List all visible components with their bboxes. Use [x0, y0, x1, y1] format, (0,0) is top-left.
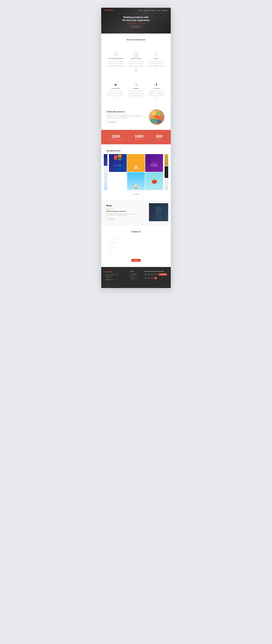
footer-blog-link-1[interactable]: All you need to know	[130, 275, 142, 276]
expertise-desc-4: is simply dummy text of the printing and…	[127, 91, 145, 98]
blog-post-title: Why AI is taking over the world.	[106, 210, 139, 212]
about-right	[149, 109, 166, 125]
email-input[interactable]	[109, 240, 163, 244]
svg-rect-5	[157, 120, 161, 123]
monitor-icon: ⬜	[114, 54, 117, 56]
hero-title-line1: Building products with	[123, 16, 149, 18]
expertise-icon-5: 👤	[154, 82, 159, 87]
portfolio-item-tomato[interactable]	[145, 172, 163, 190]
fullname-input[interactable]	[109, 236, 163, 239]
social-twitter[interactable]: t	[151, 277, 154, 279]
expertise-name-1: Research & Analysis	[127, 58, 145, 59]
blog-image	[149, 203, 168, 221]
hero-sub-pre: with stylus	[127, 22, 132, 24]
about-cta-button[interactable]: GET IN TOUCH	[106, 121, 117, 123]
portfolio-item-main[interactable]: 📱	[109, 154, 127, 172]
contact-corner-bl	[102, 265, 104, 266]
footer-social: f in t ●	[144, 277, 167, 279]
footer-newsletter-form: SUBSCRIBE	[144, 273, 167, 276]
footer-logo: Stylus800	[105, 271, 128, 273]
about-left: A little story about us is simply dummy …	[106, 111, 145, 124]
nav-link-services[interactable]: SERVICES	[144, 10, 149, 11]
expertise-item-2: ✏️ Graphics is simply dummy text of the …	[147, 44, 166, 72]
footer-email: stylus800@gmail.com	[105, 279, 128, 280]
portfolio-item-pineapple[interactable]	[127, 154, 145, 172]
svg-rect-10	[118, 158, 122, 160]
newsletter-input[interactable]	[144, 273, 158, 276]
expertise-name-5: User Testing	[148, 88, 165, 89]
about-title: A little story about us	[106, 111, 145, 113]
social-other[interactable]: ●	[154, 277, 157, 279]
nav-item-home[interactable]: HOME	[139, 9, 142, 11]
hero-title: Building products with the best user exp…	[122, 16, 150, 22]
portfolio-side-left	[104, 154, 107, 190]
portfolio-outer: 📱	[104, 154, 168, 190]
stat-item-1: 1500 HAPPY CLIENTS	[135, 134, 143, 140]
footer: Stylus800 248 District Street 236 Oregon…	[101, 267, 171, 288]
blog-excerpt: is simply dummy text of the printing and…	[106, 214, 139, 216]
newsletter-subscribe-button[interactable]: SUBSCRIBE	[159, 273, 167, 276]
portfolio-img-main: 📱	[109, 154, 127, 172]
portfolio-item-icecream[interactable]	[127, 172, 145, 190]
social-facebook[interactable]: f	[144, 277, 147, 279]
svg-rect-13	[118, 164, 122, 167]
footer-address: 248 District Street 236 Oregon MallLos A…	[105, 274, 128, 278]
side-item-1	[104, 154, 107, 166]
hero-cta-button[interactable]: GET IN TOUCH	[130, 25, 142, 28]
expertise-name-2: Graphics	[148, 58, 165, 59]
nav-logo[interactable]: Stylus800	[104, 9, 113, 11]
blog-title: Blogs	[106, 204, 139, 207]
stat-label-2: AWARDS	[156, 139, 163, 140]
contact-title: Contact us	[109, 231, 163, 233]
expertise-item-0: ⬜ UI / UX Design & Development is simply…	[106, 44, 125, 72]
nav-link-blog[interactable]: BLOG	[157, 10, 160, 11]
portfolio-item-purple[interactable]	[145, 154, 163, 172]
footer-top: Stylus800 248 District Street 236 Oregon…	[105, 271, 167, 281]
expertise-name-0: UI / UX Design & Development	[107, 58, 124, 59]
footer-col-brand: Stylus800 248 District Street 236 Oregon…	[105, 271, 128, 281]
social-linkedin[interactable]: in	[148, 277, 150, 279]
blog-image-overlay	[149, 203, 168, 221]
nav-link-contact[interactable]: CONTACT US	[162, 10, 168, 11]
blog-corner-tl	[102, 200, 104, 202]
expertise-grid: ⬜ UI / UX Design & Development is simply…	[106, 44, 166, 100]
svg-rect-8	[114, 155, 117, 160]
footer-copyright: Copyright 2018. All Rights Reserved.	[105, 285, 118, 286]
expertise-desc-0: is simply dummy text of the printing and…	[107, 61, 124, 69]
nav-item-services[interactable]: SERVICES	[144, 9, 149, 11]
blog-corner-bl	[102, 223, 104, 224]
nav-item-contact[interactable]: CONTACT US	[162, 9, 168, 11]
expertise-desc-2: is simply dummy text of the printing and…	[148, 61, 165, 69]
chart-icon: 📊	[135, 84, 137, 86]
side-item-3	[104, 178, 107, 190]
send-button[interactable]: SEND	[131, 259, 141, 262]
footer-blog-link-0[interactable]: AI is taking over...	[130, 273, 142, 274]
portfolio-arrow-left[interactable]: ←	[159, 150, 162, 152]
portfolio-corner-br	[168, 197, 170, 198]
portfolio-side-right	[165, 154, 168, 190]
nav-item-projects[interactable]: PROJECTS	[150, 9, 156, 11]
footer-credit: Developed By Xlnet Themes	[157, 285, 167, 286]
see-more-button[interactable]: SEE MORE	[131, 193, 141, 196]
footer-blog-link-3[interactable]: All you need to know	[130, 278, 142, 279]
play-button[interactable]	[155, 115, 158, 119]
contact-form: SEND	[109, 236, 163, 262]
svg-rect-14	[114, 168, 122, 171]
footer-blog-link-2[interactable]: About Us	[130, 276, 142, 277]
message-input[interactable]	[109, 250, 163, 256]
side-item-r1	[165, 154, 168, 166]
user-icon: 👤	[155, 84, 158, 86]
hero-sub-accent: 800	[132, 22, 134, 24]
send-btn-wrap: SEND	[109, 259, 163, 262]
stat-number-1: 1500	[135, 134, 143, 138]
stat-item-2: 500 AWARDS	[156, 134, 163, 140]
portfolio-arrow-right[interactable]: →	[163, 150, 166, 152]
read-more-button[interactable]: READ MORE	[106, 218, 115, 220]
nav-link-projects[interactable]: PROJECTS	[150, 10, 156, 11]
contact-corner-tr	[168, 226, 170, 228]
nav-link-home[interactable]: HOME	[139, 10, 142, 11]
phone-input[interactable]	[109, 245, 163, 248]
nav-item-blog[interactable]: BLOG	[157, 9, 160, 11]
footer-blog-link-4[interactable]: About Us	[130, 280, 142, 280]
see-more-wrap: SEE MORE	[104, 193, 168, 196]
